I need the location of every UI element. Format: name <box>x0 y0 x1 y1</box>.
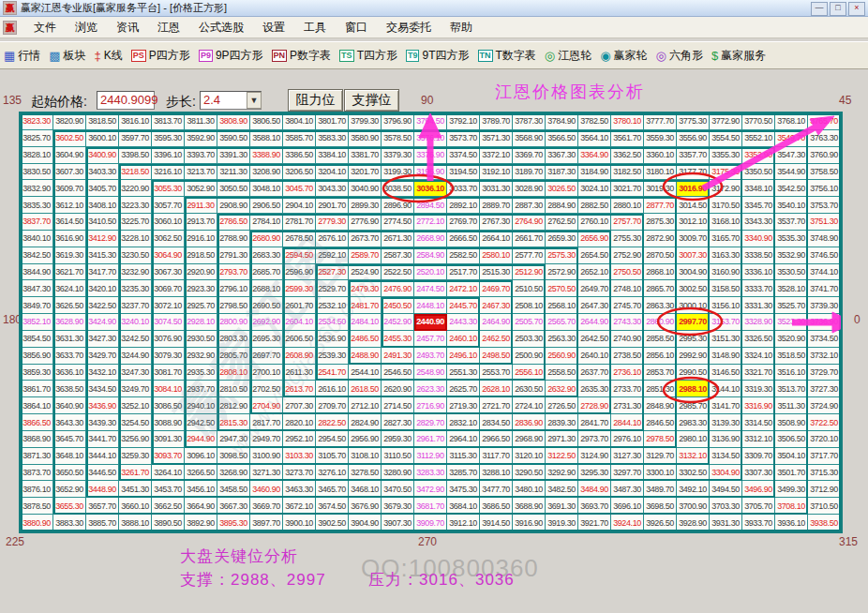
grid-cell: 2450.50 <box>382 297 414 314</box>
grid-cell: 3328.90 <box>742 314 775 331</box>
grid-cell: 2524.90 <box>349 264 382 281</box>
grid-cell: 3588.10 <box>250 130 283 147</box>
grid-cell: 2553.70 <box>480 365 513 381</box>
grid-cell: 2608.90 <box>283 348 316 365</box>
toolbar-item-P数字表[interactable]: PNP数字表 <box>272 48 332 64</box>
grid-cell: 2582.50 <box>447 247 480 264</box>
grid-cell: 3662.50 <box>152 498 185 515</box>
grid-cell: 2474.50 <box>414 280 447 297</box>
grid-cell: 2803.30 <box>217 331 250 348</box>
toolbar-item-板块[interactable]: ▩板块 <box>49 48 85 64</box>
toolbar-item-赢家服务[interactable]: $赢家服务 <box>711 48 766 64</box>
grid-cell: 2764.90 <box>513 214 546 231</box>
toolbar-label: 板块 <box>64 48 86 64</box>
grid-cell: 3410.50 <box>86 214 119 231</box>
grid-cell: 3672.10 <box>283 498 316 515</box>
menu-item-交易委托[interactable]: 交易委托 <box>377 21 441 34</box>
menu-item-工具[interactable]: 工具 <box>294 21 336 34</box>
menu-item-资讯[interactable]: 资讯 <box>107 21 148 34</box>
menu-item-浏览[interactable]: 浏览 <box>66 21 107 34</box>
menu-item-文件[interactable]: 文件 <box>24 21 66 34</box>
grid-cell: 3691.30 <box>546 498 578 515</box>
grid-cell: 3753.70 <box>808 197 841 214</box>
grid-cell: 3240.10 <box>119 314 152 331</box>
grid-cell: 3120.10 <box>513 448 546 465</box>
grid-cell: 2973.70 <box>578 431 611 448</box>
grid-cell: 2863.30 <box>644 297 677 314</box>
toolbar-item-9T四方形[interactable]: T99T四方形 <box>406 48 470 64</box>
grid-cell: 3852.10 <box>21 314 53 331</box>
toolbar-item-T四方形[interactable]: TST四方形 <box>339 48 397 64</box>
grid-cell: 3300.10 <box>644 465 677 482</box>
grid-cell: 3602.50 <box>53 130 86 147</box>
menu-item-设置[interactable]: 设置 <box>253 21 294 34</box>
grid-cell: 2980.10 <box>677 431 710 448</box>
grid-cell: 3204.10 <box>316 164 349 181</box>
menu-item-江恩[interactable]: 江恩 <box>148 21 189 34</box>
start-price-input[interactable]: 2440.9099 <box>97 91 155 110</box>
grid-cell: 2815.30 <box>217 414 250 431</box>
grid-cell: 3091.30 <box>152 431 185 448</box>
grid-cell: 2757.70 <box>611 214 644 231</box>
grid-cell: 3840.10 <box>21 231 53 247</box>
grid-cell: 2544.10 <box>349 365 382 381</box>
minimize-button[interactable]: — <box>811 2 828 16</box>
grid-cell: 2541.70 <box>316 365 349 381</box>
grid-cell: 2997.70 <box>677 314 710 331</box>
maximize-button[interactable]: □ <box>830 2 846 16</box>
step-dropdown-arrow-icon[interactable]: ▼ <box>247 92 262 109</box>
grid-cell: 2659.30 <box>546 231 578 247</box>
grid-cell: 3492.10 <box>677 481 710 498</box>
赢家轮-icon: ◉ <box>600 49 610 63</box>
close-button[interactable]: × <box>848 2 865 16</box>
grid-cell: 3465.70 <box>316 481 349 498</box>
toolbar-item-行情[interactable]: ▦行情 <box>4 48 40 64</box>
grid-cell: 2923.30 <box>185 280 217 297</box>
grid-cell: 2592.10 <box>316 247 349 264</box>
grid-cell: 3348.10 <box>742 180 775 197</box>
grid-cell: 3463.30 <box>283 481 316 498</box>
grid-cell: 3189.70 <box>513 164 546 181</box>
grid-cell: 3048.10 <box>250 180 283 197</box>
9T四方形-icon: T9 <box>406 50 420 62</box>
grid-cell: 3280.90 <box>382 465 414 482</box>
support-button[interactable]: 支撑位 <box>344 89 399 112</box>
grid-cell: 2911.30 <box>185 197 217 214</box>
resistance-button[interactable]: 阻力位 <box>288 89 343 112</box>
angle-label-270: 270 <box>418 535 437 548</box>
grid-cell: 2443.30 <box>447 314 480 331</box>
grid-cell: 3760.90 <box>808 147 841 164</box>
toolbar-item-六角形[interactable]: ◎六角形 <box>656 48 703 64</box>
grid-cell: 3360.10 <box>644 147 677 164</box>
grid-cell: 3549.70 <box>775 130 808 147</box>
angle-label-0: 0 <box>854 313 861 326</box>
9P四方形-icon: P9 <box>199 50 213 62</box>
grid-cell: 2618.50 <box>349 381 382 397</box>
grid-cell: 3134.50 <box>710 448 742 465</box>
toolbar-item-9P四方形[interactable]: P99P四方形 <box>199 48 263 64</box>
start-price-label: 起始价格: <box>31 94 87 111</box>
grid-cell: 3444.10 <box>86 448 119 465</box>
grid-cell: 3007.30 <box>677 247 710 264</box>
grid-cell: 3547.30 <box>775 147 808 164</box>
grid-cell: 2496.10 <box>447 348 480 365</box>
grid-cell: 2563.30 <box>546 331 578 348</box>
grid-cell: 2944.90 <box>185 431 217 448</box>
grid-cell: 3278.50 <box>349 465 382 482</box>
toolbar-item-K线[interactable]: ‡K线 <box>95 48 123 64</box>
menu-item-窗口[interactable]: 窗口 <box>336 21 377 34</box>
toolbar-item-P四方形[interactable]: PSP四方形 <box>131 48 190 64</box>
grid-cell: 2786.50 <box>217 214 250 231</box>
toolbar-item-赢家轮[interactable]: ◉赢家轮 <box>600 48 647 64</box>
menu-item-公式选股[interactable]: 公式选股 <box>189 21 253 34</box>
menu-item-帮助[interactable]: 帮助 <box>441 21 482 34</box>
grid-cell: 3921.70 <box>578 515 611 531</box>
grid-cell: 3580.90 <box>349 130 382 147</box>
grid-cell: 3888.10 <box>119 515 152 531</box>
grid-cell: 2575.30 <box>546 247 578 264</box>
toolbar-item-T数字表[interactable]: TNT数字表 <box>478 48 536 64</box>
grid-cell: 2529.70 <box>316 280 349 297</box>
grid-cell: 2784.10 <box>250 214 283 231</box>
toolbar-item-江恩轮[interactable]: ◎江恩轮 <box>545 48 591 64</box>
grid-cell: 3446.50 <box>86 465 119 482</box>
